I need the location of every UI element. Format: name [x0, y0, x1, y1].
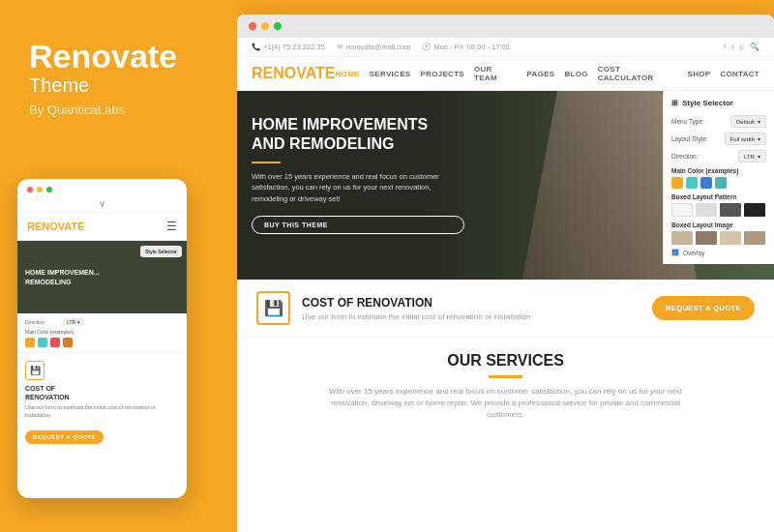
ss-direction-value: LTR	[744, 154, 755, 160]
cost-text: COST OF RENOVATION Use our form to estim…	[302, 296, 530, 321]
nav-home[interactable]: HOME	[336, 70, 360, 78]
ss-image-3[interactable]	[720, 231, 741, 245]
ss-menu-type-label: Menu Type:	[671, 118, 704, 125]
site-top-left: 📞 +1(4) 75 23 222 35 ✉ renovate@mail.com…	[252, 43, 510, 51]
brand-byline: By QuanticaLabs	[29, 103, 208, 117]
mobile-chevron: ∨	[17, 196, 187, 213]
mobile-mockup: ∨ RENOVATE ☰ HOME IMPROVEMEN...REMODELIN…	[17, 179, 187, 498]
browser-dot-red	[249, 22, 256, 30]
ss-boxed-pattern-title: Boxed Layout Pattern	[671, 193, 766, 200]
mobile-color-yellow[interactable]	[25, 338, 35, 347]
mobile-style-badge: Style Selector	[140, 246, 182, 257]
cost-title: COST OF RENOVATION	[302, 296, 530, 310]
ss-layout-style-row: Layout Style: Full width ▾	[671, 133, 766, 145]
mobile-hamburger-icon[interactable]: ☰	[166, 220, 177, 233]
nav-shop[interactable]: SHOP	[688, 70, 711, 78]
services-title: OUR SERVICES	[256, 352, 755, 369]
mobile-colors	[25, 338, 179, 347]
ss-color-yellow[interactable]	[671, 177, 683, 189]
cost-section: 💾 COST OF RENOVATION Use our form to est…	[237, 280, 774, 338]
brand-name: Renovate	[29, 38, 177, 74]
ss-image-4[interactable]	[744, 231, 765, 245]
brand-subtitle: Theme	[29, 74, 208, 97]
mobile-style-selector: Direction: LTR ▾ Main Color (examples)	[17, 313, 187, 353]
mobile-direction-value: LTR	[67, 319, 75, 325]
ss-overlay-checkbox[interactable]: ✓	[671, 249, 679, 256]
site-email: renovate@mail.com	[346, 43, 411, 51]
mobile-logo: RENOVATE	[27, 221, 85, 232]
ss-pattern-4[interactable]	[744, 203, 765, 217]
hero-button[interactable]: BUY THIS THEME	[252, 216, 464, 234]
ss-layout-style-dropdown[interactable]: Full width ▾	[725, 133, 766, 145]
hero-content: HOME IMPROVEMENTSAND REMODELING With ove…	[252, 115, 464, 234]
browser-dot-green	[274, 22, 282, 30]
ss-pattern-2[interactable]	[696, 203, 717, 217]
nav-blog[interactable]: BLOG	[564, 70, 587, 78]
ss-layout-style-arrow: ▾	[758, 135, 760, 142]
ss-colors	[671, 177, 766, 189]
facebook-icon[interactable]: f	[724, 43, 726, 51]
mobile-color-red[interactable]	[50, 338, 60, 347]
nav-links: HOME SERVICES PROJECTS OUR TEAM PAGES BL…	[336, 65, 759, 82]
ss-main-color-title: Main Color (examples)	[671, 167, 766, 174]
clock-icon: 🕐	[422, 43, 431, 51]
ss-image-2[interactable]	[696, 231, 717, 245]
services-divider	[489, 375, 522, 378]
mobile-cta-button[interactable]: REQUEST A QUOTE	[25, 430, 104, 444]
ss-color-blue[interactable]	[700, 177, 712, 189]
mobile-direction-row: Direction: LTR ▾	[25, 318, 179, 326]
mobile-hero-title: HOME IMPROVEMEN...REMODELING	[25, 268, 179, 285]
pinterest-icon[interactable]: p	[740, 43, 744, 51]
site-top-right: f t p 🔍	[724, 43, 759, 51]
hero-divider	[252, 162, 281, 163]
search-icon[interactable]: 🔍	[750, 43, 759, 51]
mobile-cost-title: COST OFRENOVATION	[25, 384, 179, 401]
mobile-direction-dropdown[interactable]: LTR ▾	[63, 318, 84, 326]
nav-services[interactable]: SERVICES	[370, 70, 411, 78]
services-description: With over 15 years experience and real f…	[313, 386, 700, 421]
ss-direction-dropdown[interactable]: LTR ▾	[738, 150, 766, 163]
mobile-dot-yellow	[37, 187, 43, 192]
ss-pattern-1[interactable]	[671, 203, 693, 217]
nav-team[interactable]: OUR TEAM	[474, 65, 518, 82]
twitter-icon[interactable]: t	[731, 43, 733, 51]
mobile-direction-arrow: ▾	[77, 319, 80, 325]
ss-direction-label: Direction:	[671, 153, 698, 160]
mobile-color-orange[interactable]	[63, 338, 73, 347]
style-selector-panel: ⊞ Style Selector Menu Type: Default ▾ La…	[663, 91, 774, 264]
mobile-nav: RENOVATE ☰	[17, 213, 187, 241]
ss-overlay-label: Overlay	[683, 250, 704, 256]
ss-image-1[interactable]	[671, 231, 693, 245]
services-section: OUR SERVICES With over 15 years experien…	[237, 338, 774, 435]
style-selector-title: Style Selector	[682, 99, 733, 107]
site-email-info: ✉ renovate@mail.com	[337, 43, 411, 51]
nav-projects[interactable]: PROJECTS	[420, 70, 464, 78]
ss-boxed-image-title: Boxed Layout Image	[671, 222, 766, 228]
hero-title: HOME IMPROVEMENTSAND REMODELING	[252, 115, 464, 154]
mobile-cost-text: Use our form to estimate the initial cos…	[25, 404, 179, 419]
ss-color-aqua[interactable]	[715, 177, 727, 189]
site-logo[interactable]: RENOVATE	[252, 65, 336, 82]
ss-menu-type-value: Default	[736, 119, 755, 125]
site-phone: +1(4) 75 23 222 35	[263, 43, 325, 51]
hero-description: With over 15 years experience and real f…	[252, 171, 464, 204]
cost-button[interactable]: REQUEST A QUOTE	[652, 296, 755, 320]
ss-color-teal[interactable]	[686, 177, 698, 189]
nav-pages[interactable]: PAGES	[527, 70, 555, 78]
browser-top-bar	[237, 15, 774, 38]
ss-menu-type-dropdown[interactable]: Default ▾	[730, 115, 766, 128]
ss-direction-arrow: ▾	[758, 153, 760, 160]
ss-menu-type-arrow: ▾	[758, 118, 760, 125]
ss-pattern-3[interactable]	[720, 203, 741, 217]
nav-calculator[interactable]: COST CALCULATOR	[598, 65, 678, 82]
mobile-cost-section: 💾 COST OFRENOVATION Use our form to esti…	[17, 353, 187, 452]
ss-overlay-row: ✓ Overlay	[671, 249, 766, 256]
style-selector-icon: ⊞	[671, 99, 678, 107]
style-selector-header: ⊞ Style Selector	[671, 99, 766, 107]
ss-image-grid	[671, 231, 766, 245]
nav-contact[interactable]: CONTACT	[720, 70, 759, 78]
mobile-color-teal[interactable]	[38, 338, 47, 347]
site-hours-info: 🕐 Mon - Fri: 08:00 - 17:00	[422, 43, 509, 51]
browser-dot-yellow	[261, 22, 269, 30]
cost-icon: 💾	[256, 291, 290, 325]
